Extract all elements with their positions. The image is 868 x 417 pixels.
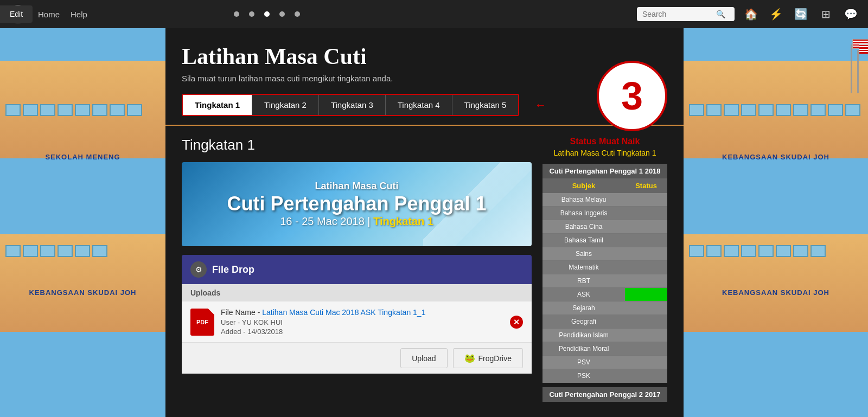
- cell-subjek: Matematik: [542, 261, 625, 274]
- cell-status: [625, 247, 667, 261]
- cell-subjek: ASK: [542, 288, 625, 301]
- cell-status: [625, 220, 667, 234]
- edit-btn-container: Edit: [0, 5, 33, 23]
- cell-status: [625, 234, 667, 247]
- upload-item: PDF File Name - Latihan Masa Cuti Mac 20…: [182, 301, 532, 342]
- col-subjek: Subjek: [542, 178, 625, 193]
- tab-tingkatan-4[interactable]: Tingkatan 4: [386, 95, 452, 115]
- frogdrive-button[interactable]: 🐸 FrogDrive: [453, 348, 523, 368]
- delete-upload-button[interactable]: ✕: [510, 316, 523, 329]
- tab-tingkatan-3[interactable]: Tingkatan 3: [319, 95, 386, 115]
- page-title: Latihan Masa Cuti: [182, 43, 667, 69]
- table-row: RBT: [542, 274, 667, 288]
- right-school-label-1: KEBANGSAAN SKUDAI JOH: [684, 153, 868, 161]
- status-table-caption: Cuti Pertengahan Penggal 1 2018: [542, 164, 667, 178]
- file-drop-header: ⚙ File Drop: [182, 255, 532, 284]
- banner-date: 16 - 25 Mac 2018 |: [280, 215, 370, 227]
- window: [793, 104, 808, 116]
- right-school-top: [684, 61, 868, 158]
- window: [776, 245, 791, 257]
- home-icon[interactable]: 🏠: [742, 5, 760, 23]
- cell-subjek: Bahasa Tamil: [542, 234, 625, 247]
- right-sky-mid: [684, 158, 868, 234]
- nav-dot-1[interactable]: [234, 11, 239, 17]
- filename-link[interactable]: Latihan Masa Cuti Mac 2018 ASK Tingkatan…: [262, 308, 425, 317]
- nav-dot-3[interactable]: [264, 11, 270, 17]
- page-subtitle: Sila muat turun latihan masa cuti mengik…: [182, 74, 667, 83]
- table-row: ASK: [542, 288, 667, 301]
- tab-tingkatan-1[interactable]: Tingkatan 1: [183, 95, 252, 115]
- search-icon: 🔍: [716, 10, 725, 18]
- nav-dot-5[interactable]: [295, 11, 300, 17]
- main-layout: SEKOLAH MENENG KEBANGSAAN SKUDAI JOH Edi…: [0, 28, 868, 417]
- cell-subjek: Sejarah: [542, 301, 625, 315]
- table-row: Bahasa Tamil: [542, 234, 667, 247]
- search-input[interactable]: [642, 10, 713, 18]
- window: [706, 245, 722, 257]
- window: [5, 104, 21, 116]
- window: [793, 245, 808, 257]
- upload-button[interactable]: Upload: [400, 348, 447, 368]
- table-row: PSV: [542, 356, 667, 369]
- cell-subjek: PSK: [542, 369, 625, 383]
- cell-status: [625, 261, 667, 274]
- content-header: Latihan Masa Cuti Sila muat turun latiha…: [165, 28, 684, 126]
- cell-status: [625, 193, 667, 207]
- right-school-label-2: KEBANGSAAN SKUDAI JOH: [684, 288, 868, 297]
- chat-icon[interactable]: 💬: [842, 5, 859, 23]
- nav-help[interactable]: Help: [71, 10, 87, 19]
- table-row: Bahasa Inggeris: [542, 207, 667, 220]
- nav-right: 🔍 🏠 ⚡ 🔄 ⊞ 💬: [637, 5, 859, 23]
- window: [810, 245, 826, 257]
- banner-sub-text: 16 - 25 Mac 2018 | Tingkatan 1: [280, 215, 433, 228]
- table-row: Pendidikan Moral: [542, 342, 667, 356]
- banner-main-text: Cuti Pertengahan Penggal 1: [227, 192, 486, 215]
- cell-subjek: Pendidikan Moral: [542, 342, 625, 356]
- window: [23, 104, 38, 116]
- table-row: Geografi: [542, 315, 667, 329]
- nav-home[interactable]: Home: [38, 10, 60, 19]
- tab-tingkatan-2[interactable]: Tingkatan 2: [252, 95, 319, 115]
- tab-tingkatan-5[interactable]: Tingkatan 5: [452, 95, 519, 115]
- cell-status: [625, 369, 667, 383]
- window: [758, 245, 774, 257]
- table-row: Matematik: [542, 261, 667, 274]
- refresh-icon[interactable]: 🔄: [792, 5, 809, 23]
- cell-status: [625, 301, 667, 315]
- nav-dot-4[interactable]: [279, 11, 285, 17]
- table-row: Pendidikan Islam: [542, 329, 667, 342]
- tab-arrow-icon: ←: [534, 98, 546, 112]
- nav-dot-2[interactable]: [249, 11, 254, 17]
- edit-button[interactable]: Edit: [0, 5, 33, 23]
- upload-actions: Upload 🐸 FrogDrive: [182, 342, 532, 374]
- school-label-1: SEKOLAH MENENG: [0, 153, 165, 413]
- top-navigation: Home Help 🔍 🏠 ⚡ 🔄 ⊞ 💬: [0, 0, 868, 28]
- upload-date: Added - 14/03/2018: [221, 328, 503, 336]
- window: [741, 245, 756, 257]
- window: [810, 104, 826, 116]
- window: [776, 104, 791, 116]
- right-sky-bottom: [684, 332, 868, 417]
- grid-icon[interactable]: ⊞: [817, 5, 834, 23]
- content-left: Tingkatan 1 Latihan Masa Cuti Cuti Perte…: [182, 137, 532, 402]
- flash-icon[interactable]: ⚡: [767, 5, 784, 23]
- number-badge: 3: [597, 61, 667, 131]
- cell-subjek: Bahasa Melayu: [542, 193, 625, 207]
- filename-label: File Name -: [221, 308, 262, 317]
- window: [127, 104, 142, 116]
- frogdrive-label: FrogDrive: [478, 354, 512, 363]
- upload-filename: File Name - Latihan Masa Cuti Mac 2018 A…: [221, 308, 503, 317]
- cell-subjek: PSV: [542, 356, 625, 369]
- cell-subjek: Pendidikan Islam: [542, 329, 625, 342]
- cell-status: [625, 274, 667, 288]
- window: [724, 104, 739, 116]
- table-row: Bahasa Melayu: [542, 193, 667, 207]
- window: [845, 104, 860, 116]
- left-sidebar: SEKOLAH MENENG KEBANGSAAN SKUDAI JOH: [0, 28, 165, 417]
- file-drop-title: File Drop: [212, 264, 254, 275]
- frog-icon: 🐸: [464, 353, 475, 363]
- cell-status: [625, 342, 667, 356]
- search-box[interactable]: 🔍: [637, 7, 735, 21]
- right-windows-bottom: [689, 245, 863, 257]
- cell-status: [625, 207, 667, 220]
